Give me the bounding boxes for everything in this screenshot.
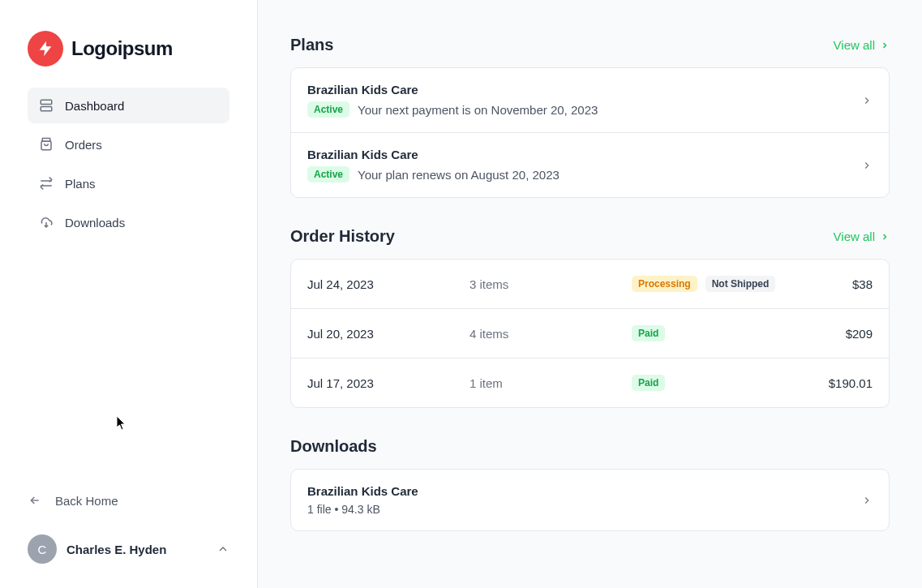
plan-name: Brazilian Kids Care xyxy=(307,148,560,161)
chevron-up-icon xyxy=(217,543,229,556)
downloads-title: Downloads xyxy=(290,437,377,456)
sidebar-item-label: Dashboard xyxy=(65,99,124,113)
view-all-label: View all xyxy=(834,38,875,52)
sidebar-item-label: Downloads xyxy=(65,216,125,230)
svg-rect-1 xyxy=(41,107,52,111)
logo-badge-icon xyxy=(28,31,63,67)
chevron-right-icon xyxy=(880,41,890,50)
download-name: Brazilian Kids Care xyxy=(307,484,418,498)
plan-name: Brazilian Kids Care xyxy=(307,83,598,97)
order-date: Jul 17, 2023 xyxy=(307,376,470,390)
sidebar-item-label: Plans xyxy=(65,177,96,191)
chevron-right-icon xyxy=(861,95,873,106)
plans-title: Plans xyxy=(290,36,333,54)
order-date: Jul 20, 2023 xyxy=(307,327,470,341)
download-row[interactable]: Brazilian Kids Care 1 file • 94.3 kB xyxy=(291,470,889,530)
orders-header: Order History View all xyxy=(290,227,890,246)
plans-icon xyxy=(39,176,54,191)
plan-note: Your next payment is on November 20, 202… xyxy=(358,103,598,117)
sidebar-item-label: Orders xyxy=(65,138,102,152)
chevron-right-icon xyxy=(880,232,890,242)
status-badge: Not Shipped xyxy=(705,276,776,292)
user-menu[interactable]: C Charles E. Hyden xyxy=(0,534,257,588)
plans-list: Brazilian Kids Care Active Your next pay… xyxy=(290,67,890,198)
plan-note: Your plan renews on August 20, 2023 xyxy=(358,168,560,182)
orders-view-all-link[interactable]: View all xyxy=(834,230,890,243)
sidebar-item-downloads[interactable]: Downloads xyxy=(28,204,229,240)
sidebar-item-orders[interactable]: Orders xyxy=(28,127,229,162)
sidebar: Logoipsum Dashboard Orders xyxy=(0,0,258,588)
back-home-label: Back Home xyxy=(55,494,118,508)
status-badge: Processing xyxy=(632,276,697,292)
orders-icon xyxy=(39,137,54,152)
order-date: Jul 24, 2023 xyxy=(307,277,470,291)
nav: Dashboard Orders Plans xyxy=(0,88,257,240)
orders-title: Order History xyxy=(290,227,395,246)
chevron-right-icon xyxy=(861,495,873,506)
arrow-left-icon xyxy=(28,493,42,508)
svg-rect-0 xyxy=(41,100,52,104)
avatar: C xyxy=(28,534,57,564)
order-amount: $209 xyxy=(808,327,873,341)
plan-row[interactable]: Brazilian Kids Care Active Your next pay… xyxy=(291,68,889,133)
order-items-count: 1 item xyxy=(470,376,615,390)
order-badges: Paid xyxy=(615,325,808,341)
main-content: Plans View all Brazilian Kids Care Activ… xyxy=(258,0,922,588)
status-badge: Active xyxy=(307,166,350,182)
plan-row[interactable]: Brazilian Kids Care Active Your plan ren… xyxy=(291,133,889,197)
user-name: Charles E. Hyden xyxy=(66,543,207,556)
order-row[interactable]: Jul 24, 2023 3 items Processing Not Ship… xyxy=(291,260,889,309)
downloads-list: Brazilian Kids Care 1 file • 94.3 kB xyxy=(290,469,890,531)
back-home-link[interactable]: Back Home xyxy=(0,483,257,518)
view-all-label: View all xyxy=(834,230,875,243)
status-badge: Active xyxy=(307,101,350,118)
chevron-right-icon xyxy=(861,160,873,171)
order-badges: Paid xyxy=(615,375,808,391)
sidebar-item-plans[interactable]: Plans xyxy=(28,165,229,201)
plans-header: Plans View all xyxy=(290,36,890,54)
logo[interactable]: Logoipsum xyxy=(0,0,257,88)
sidebar-item-dashboard[interactable]: Dashboard xyxy=(28,88,229,123)
order-badges: Processing Not Shipped xyxy=(615,276,808,292)
order-amount: $38 xyxy=(808,277,873,291)
order-row[interactable]: Jul 20, 2023 4 items Paid $209 xyxy=(291,309,889,358)
order-amount: $190.01 xyxy=(808,376,873,390)
downloads-icon xyxy=(39,215,54,230)
order-items-count: 3 items xyxy=(470,277,615,291)
order-items-count: 4 items xyxy=(470,327,615,341)
status-badge: Paid xyxy=(632,325,665,341)
orders-list: Jul 24, 2023 3 items Processing Not Ship… xyxy=(290,259,890,408)
plans-view-all-link[interactable]: View all xyxy=(834,38,890,52)
order-row[interactable]: Jul 17, 2023 1 item Paid $190.01 xyxy=(291,358,889,407)
downloads-header: Downloads xyxy=(290,437,890,456)
dashboard-icon xyxy=(39,98,54,113)
status-badge: Paid xyxy=(632,375,665,391)
brand-name: Logoipsum xyxy=(71,37,173,60)
download-meta: 1 file • 94.3 kB xyxy=(307,503,418,516)
